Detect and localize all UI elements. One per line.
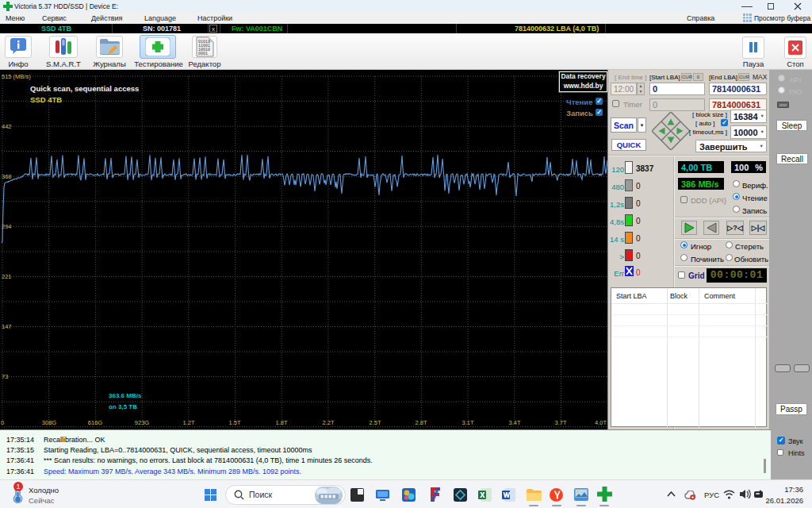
svg-text:1.2T: 1.2T [182, 419, 194, 426]
svg-text:368: 368 [2, 173, 12, 180]
svg-text:4.0T: 4.0T [595, 419, 607, 426]
svg-text:3.1T: 3.1T [462, 419, 473, 426]
svg-text:1.5T: 1.5T [228, 419, 240, 426]
svg-text:515 (MB/s): 515 (MB/s) [2, 73, 31, 80]
svg-text:73: 73 [2, 373, 8, 380]
svg-text:442: 442 [2, 123, 12, 130]
svg-text:0: 0 [1, 419, 4, 426]
svg-text:221: 221 [2, 273, 12, 280]
svg-text:0001: 0001 [198, 52, 208, 56]
svg-text:2.2T: 2.2T [322, 419, 334, 426]
svg-text:616G: 616G [88, 419, 103, 426]
svg-text:2.5T: 2.5T [369, 419, 381, 426]
svg-text:2.8T: 2.8T [415, 419, 427, 426]
svg-text:308G: 308G [42, 419, 57, 426]
svg-text:1.8T: 1.8T [275, 419, 287, 426]
svg-text:3.4T: 3.4T [508, 419, 520, 426]
svg-text:923G: 923G [135, 419, 150, 426]
svg-text:3.7T: 3.7T [554, 419, 566, 426]
svg-text:147: 147 [2, 323, 12, 330]
